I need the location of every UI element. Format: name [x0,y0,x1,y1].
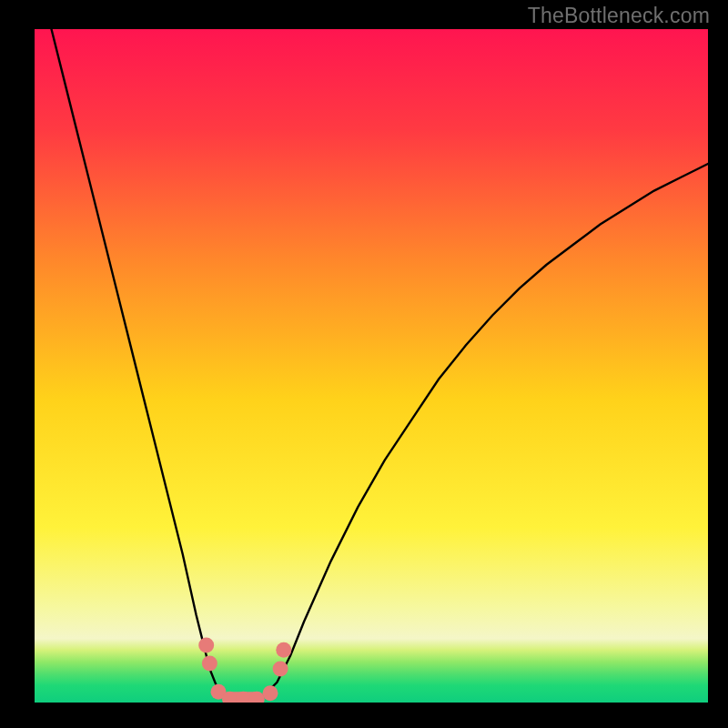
bottleneck-chart [0,0,728,728]
watermark-text: TheBottleneck.com [528,4,710,28]
marker-dot [249,692,265,707]
marker-dot [263,685,278,701]
marker-dot [236,692,251,707]
chart-frame: TheBottleneck.com [0,0,728,728]
marker-dot [198,638,214,653]
marker-dot [276,642,291,658]
marker-dot [273,662,288,677]
marker-dot [202,656,217,672]
marker-dot [222,692,238,707]
